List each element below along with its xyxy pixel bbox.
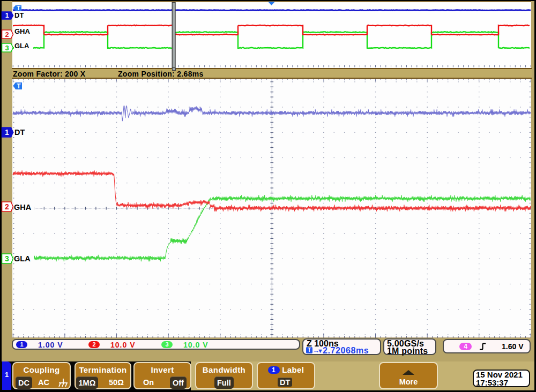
svg-text:T: T: [17, 5, 20, 11]
svg-text:1: 1: [5, 128, 9, 137]
svg-text:2: 2: [5, 31, 9, 39]
svg-text:T: T: [17, 82, 21, 90]
svg-text:3: 3: [5, 44, 9, 52]
svg-text:2: 2: [5, 202, 9, 211]
svg-text:DT: DT: [14, 11, 24, 19]
svg-text:1: 1: [5, 12, 9, 19]
svg-text:GLA: GLA: [14, 42, 29, 50]
svg-text:GHA: GHA: [14, 27, 31, 35]
svg-text:DT: DT: [14, 128, 25, 137]
svg-text:GHA: GHA: [14, 203, 32, 212]
svg-text:GLA: GLA: [14, 254, 31, 263]
svg-text:3: 3: [5, 254, 9, 263]
